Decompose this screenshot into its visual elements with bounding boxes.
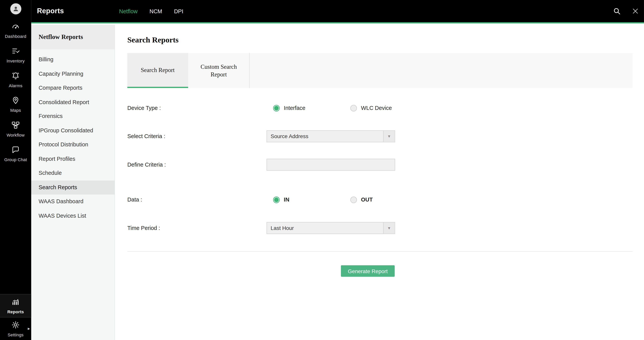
nav-item-reports[interactable]: Reports [0,294,31,317]
tab-search-report[interactable]: Search Report [128,53,188,88]
button-row: Generate Report [128,265,632,277]
sidebar-item-report-profiles[interactable]: Report Profiles [31,152,115,166]
page-header-title: Reports [31,7,64,15]
nav-item-maps[interactable]: Maps [0,92,31,116]
avatar[interactable] [10,3,21,15]
close-icon[interactable] [632,8,639,15]
nav-item-alarms[interactable]: Alarms [0,67,31,92]
group-chat-icon [11,145,20,156]
form-row-time-period: Time Period : Last Hour ▾ [128,214,632,242]
data-label: Data : [128,197,267,203]
dashboard-icon [11,22,20,32]
form-row-select-criteria: Select Criteria : Source Address ▾ [128,122,632,151]
user-icon [12,5,19,12]
sidebar-item-protocol-distribution[interactable]: Protocol Distribution [31,138,115,152]
form-row-device-type: Device Type : Interface WLC Device [128,94,632,122]
device-type-label: Device Type : [128,105,267,111]
nav-item-label: Alarms [9,83,22,88]
sidebar-item-waas-dashboard[interactable]: WAAS Dashboard [31,195,115,209]
radio-option-wlc-device[interactable]: WLC Device [350,105,421,111]
radio-option-out[interactable]: OUT [350,196,421,203]
topbar-icons [613,0,639,22]
define-criteria-control [266,159,395,171]
generate-report-button[interactable]: Generate Report [341,265,394,277]
maps-icon [11,96,20,106]
chevron-down-icon[interactable]: ▾ [383,131,394,142]
sidebar-item-forensics[interactable]: Forensics [31,109,115,123]
radio-unselected-icon[interactable] [350,105,357,111]
radio-unselected-icon[interactable] [350,196,357,203]
select-criteria-value: Source Address [271,133,308,139]
sidebar-item-ipgroup-consolidated[interactable]: IPGroup Consolidated [31,123,115,138]
sidebar-title: Netflow Reports [31,25,115,49]
page-title: Search Reports [128,35,632,44]
settings-icon [11,320,20,331]
app-nav: Dashboard Inventory Alarms [0,0,31,340]
sidebar-item-compare-reports[interactable]: Compare Reports [31,81,115,95]
topbar-tab-ncm[interactable]: NCM [150,8,162,14]
alarms-icon [11,71,20,82]
topbar-tab-netflow[interactable]: Netflow [119,8,138,14]
nav-item-inventory[interactable]: Inventory [0,43,31,67]
tab-label: Search Report [141,66,175,74]
chevron-down-icon[interactable]: ▾ [383,222,394,234]
nav-item-dashboard[interactable]: Dashboard [0,18,31,42]
expand-arrow-icon[interactable]: ▸ [28,326,30,331]
workflow-icon [11,120,20,131]
data-options: IN OUT [266,196,421,203]
time-period-value: Last Hour [271,225,294,231]
nav-item-settings[interactable]: Settings ▸ [0,317,31,340]
nav-spacer [0,166,31,294]
search-report-form: Device Type : Interface WLC Device Selec… [128,88,632,242]
form-row-define-criteria: Define Criteria : [128,151,632,179]
nav-item-label: Maps [10,108,21,113]
form-row-data: Data : IN OUT [128,186,632,214]
radio-label: Interface [284,105,305,111]
time-period-label: Time Period : [128,225,267,231]
topbar: Reports Netflow NCM DPI [31,0,644,24]
radio-label: OUT [361,197,373,203]
nav-item-group-chat[interactable]: Group Chat [0,141,31,165]
inventory-icon [11,46,20,57]
report-tabs: Search Report Custom Search Report [128,53,632,88]
section-divider [128,251,632,252]
radio-selected-icon[interactable] [273,196,280,203]
sidebar-item-consolidated-report[interactable]: Consolidated Report [31,95,115,109]
avatar-wrap [0,0,31,18]
reports-icon [11,297,20,308]
reports-sidebar: Netflow Reports Billing Capacity Plannin… [31,25,115,340]
select-criteria-control: Source Address ▾ [266,130,395,142]
nav-item-label: Reports [7,309,24,314]
time-period-control: Last Hour ▾ [266,222,395,234]
radio-option-interface[interactable]: Interface [273,105,344,111]
define-criteria-label: Define Criteria : [128,161,267,168]
define-criteria-input[interactable] [266,159,395,171]
nav-item-label: Dashboard [5,33,26,38]
radio-label: WLC Device [361,105,392,111]
time-period-dropdown[interactable]: Last Hour ▾ [266,222,395,234]
nav-item-label: Workflow [6,132,24,137]
radio-selected-icon[interactable] [273,105,280,111]
search-icon[interactable] [613,7,621,15]
sidebar-item-billing[interactable]: Billing [31,53,115,67]
sidebar-item-schedule[interactable]: Schedule [31,166,115,180]
topbar-tabs: Netflow NCM DPI [119,0,184,22]
nav-item-workflow[interactable]: Workflow [0,116,31,141]
tab-custom-search-report[interactable]: Custom Search Report [188,53,250,88]
sidebar-item-capacity-planning[interactable]: Capacity Planning [31,67,115,81]
radio-option-in[interactable]: IN [273,196,344,203]
select-criteria-dropdown[interactable]: Source Address ▾ [266,130,395,142]
sidebar-item-search-reports[interactable]: Search Reports [31,180,115,195]
radio-label: IN [284,197,289,203]
sidebar-list: Billing Capacity Planning Compare Report… [31,49,115,223]
sidebar-item-waas-devices-list[interactable]: WAAS Devices List [31,209,115,223]
nav-item-label: Inventory [6,58,24,63]
nav-item-label: Settings [8,332,24,337]
nav-item-label: Group Chat [4,157,27,162]
main-content: Search Reports Search Report Custom Sear… [115,25,644,340]
app-window: Dashboard Inventory Alarms [0,0,644,340]
topbar-tab-dpi[interactable]: DPI [174,8,183,14]
tab-label: Custom Search Report [196,63,242,78]
device-type-options: Interface WLC Device [266,105,421,111]
select-criteria-label: Select Criteria : [128,133,267,139]
